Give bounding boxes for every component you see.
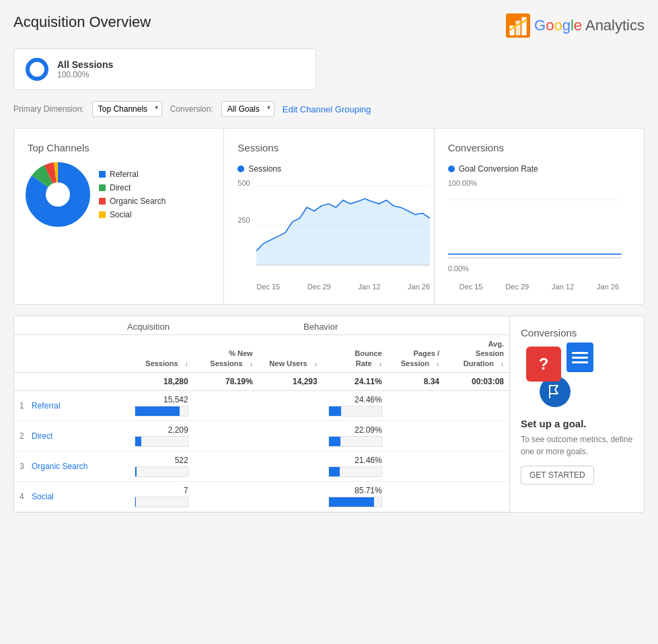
channel-referral-link[interactable]: Referral <box>32 401 61 410</box>
pie-legend: Referral Direct Organic Search Social <box>99 170 166 219</box>
session-label: All Sessions <box>57 59 113 70</box>
new-users-4 <box>258 481 323 511</box>
ga-logo-text: Google Google AnalyticsAnalytics <box>534 17 645 34</box>
conversion-wrapper[interactable]: All Goals <box>221 101 275 117</box>
conv-x-jan12: Jan 12 <box>552 283 574 291</box>
rank-4: 4 <box>20 492 24 501</box>
direct-label: Direct <box>110 183 131 192</box>
goal-question-icon: ? <box>526 347 561 382</box>
conv-svg <box>448 195 622 262</box>
sessions-4: 7 <box>129 481 194 511</box>
pct-new-2 <box>194 421 258 451</box>
sessions-x-labels: Dec 15 Dec 29 Jan 12 Jan 26 <box>256 283 430 291</box>
conv-chart-area: 100.00% 0.00% <box>448 179 630 280</box>
pct-new-3 <box>194 451 258 481</box>
col-pages[interactable]: Pages /Session ↓ <box>388 335 445 372</box>
svg-rect-2 <box>515 21 520 36</box>
table-header-row: Sessions ↓ % NewSessions ↓ New Users ↓ B… <box>14 335 509 372</box>
top-channels-card: Top Channels 85% Referral Direct <box>14 129 224 304</box>
table-section: Acquisition Behavior Sessions ↓ % NewSes… <box>14 316 509 512</box>
pages-sort-icon: ↓ <box>431 359 439 367</box>
channel-social-link[interactable]: Social <box>32 492 54 501</box>
legend-direct: Direct <box>99 183 166 192</box>
page-header: Acquisition Overview Google Google Analy… <box>13 13 645 38</box>
pie-section: 85% Referral Direct Organic Search Soci <box>28 164 210 225</box>
ga-logo-icon <box>506 13 530 38</box>
sessions-3: 522 <box>129 451 194 481</box>
conv-x-dec15: Dec 15 <box>460 283 483 291</box>
avg-session-sort-icon: ↓ <box>496 359 504 367</box>
sessions-chart-area: 500 250 <box>237 179 420 280</box>
direct-dot <box>99 184 106 191</box>
pct-new-1 <box>194 390 258 421</box>
col-avg-session[interactable]: Avg.SessionDuration ↓ <box>445 335 509 372</box>
conv-panel-title: Conversions <box>521 327 633 338</box>
conversions-card: Conversions Goal Conversion Rate 100.00%… <box>435 129 644 304</box>
col-bounce-rate[interactable]: BounceRate ↓ <box>323 335 388 372</box>
x-label-jan12: Jan 12 <box>358 283 380 291</box>
pages-1 <box>388 390 445 421</box>
totals-avg: 00:03:08 <box>445 372 509 390</box>
sessions-2: 2,209 <box>129 421 194 451</box>
rank-2: 2 <box>20 431 24 441</box>
conv-x-labels: Dec 15 Dec 29 Jan 12 Jan 26 <box>448 283 630 291</box>
get-started-button[interactable]: GET STARTED <box>521 466 594 485</box>
sessions-sort-icon: ↓ <box>180 359 188 367</box>
referral-dot <box>99 171 106 178</box>
edit-channel-grouping-link[interactable]: Edit Channel Grouping <box>283 104 371 114</box>
pages-3 <box>388 451 445 481</box>
acq-header-label: Acquisition <box>122 322 303 332</box>
conv-val-bot: 0.00% <box>448 264 630 273</box>
new-users-sort-icon: ↓ <box>309 359 318 367</box>
goal-setup-desc: To see outcome metrics, define one or mo… <box>521 433 633 458</box>
legend-social: Social <box>99 210 166 219</box>
bounce-3: 21.46% <box>323 451 388 481</box>
question-mark: ? <box>539 355 549 373</box>
conversions-panel: Conversions ? Set up a goal. To see outc… <box>509 316 644 512</box>
totals-row: 18,280 78.19% 14,293 24.11% 8.34 00:03:0… <box>14 372 509 390</box>
primary-dimension-wrapper[interactable]: Top Channels <box>92 101 162 117</box>
doc-line-3 <box>572 361 588 363</box>
flag-svg <box>547 384 563 400</box>
rank-channel-1: 1 Referral <box>14 390 129 421</box>
conv-val-top: 100.00% <box>448 179 630 187</box>
pages-4 <box>388 481 445 511</box>
avg-3 <box>445 451 509 481</box>
session-bar: All Sessions 100.00% <box>13 48 316 90</box>
conversion-select[interactable]: All Goals <box>221 101 275 117</box>
channel-direct-link[interactable]: Direct <box>32 431 52 441</box>
table-row: 3 Organic Search 522 21.46% <box>14 451 509 481</box>
rank-3: 3 <box>20 462 24 471</box>
conv-legend-label: Goal Conversion Rate <box>459 164 538 174</box>
pages-2 <box>388 421 445 451</box>
sessions-legend-label: Sessions <box>248 164 281 174</box>
rank-channel-3: 3 Organic Search <box>14 451 129 481</box>
rank-1: 1 <box>20 401 24 410</box>
new-users-1 <box>258 390 323 421</box>
ga-logo: Google Google AnalyticsAnalytics <box>506 13 645 38</box>
totals-label <box>14 372 129 390</box>
doc-line-1 <box>572 352 588 354</box>
avg-2 <box>445 421 509 451</box>
col-pct-new[interactable]: % NewSessions ↓ <box>194 335 258 372</box>
conv-dot <box>448 166 455 172</box>
col-sessions[interactable]: Sessions ↓ <box>129 335 194 372</box>
sessions-card: Sessions Sessions 500 250 Dec 15 D <box>224 129 434 304</box>
top-channels-title: Top Channels <box>28 142 210 153</box>
channel-organic-link[interactable]: Organic Search <box>32 462 87 471</box>
svg-point-5 <box>28 60 46 79</box>
new-users-3 <box>258 451 323 481</box>
table-row: 4 Social 7 85.71% <box>14 481 509 511</box>
sessions-svg <box>256 182 430 269</box>
primary-dimension-select[interactable]: Top Channels <box>92 101 162 117</box>
conv-x-dec29: Dec 29 <box>505 283 529 291</box>
totals-bounce: 24.11% <box>323 372 388 390</box>
goal-setup-title: Set up a goal. <box>521 418 633 429</box>
page-title: Acquisition Overview <box>13 13 151 31</box>
col-new-users[interactable]: New Users ↓ <box>258 335 323 372</box>
donut-icon <box>25 57 49 81</box>
primary-dimension-label: Primary Dimension: <box>13 104 84 114</box>
col-channel <box>14 335 129 372</box>
conv-x-jan26: Jan 26 <box>597 283 619 291</box>
bounce-4: 85.71% <box>323 481 388 511</box>
